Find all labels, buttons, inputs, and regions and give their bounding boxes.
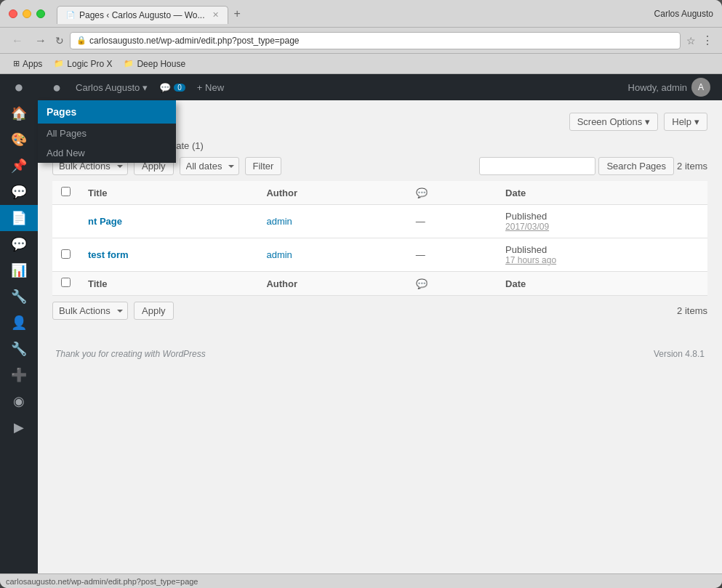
date-filter-select[interactable]: All dates	[180, 157, 239, 175]
browser-tab[interactable]: 📄 Pages ‹ Carlos Augusto — Wo... ✕	[57, 6, 228, 24]
browser-status-bar: carlosaugusto.net/wp-admin/edit.php?post…	[0, 573, 722, 588]
status-url-text: carlosaugusto.net/wp-admin/edit.php?post…	[6, 577, 198, 586]
wp-footer: Thank you for creating with WordPress Ve…	[52, 349, 707, 359]
sidebar-item-add[interactable]: ➕	[0, 362, 38, 388]
footer-checkbox	[52, 272, 79, 296]
wp-new-link[interactable]: + New	[197, 82, 224, 93]
sidebar-item-tools[interactable]: 🔧	[0, 283, 38, 310]
footer-author-label: Author	[266, 278, 297, 289]
sidebar-item-appearance[interactable]: 🎨	[0, 126, 38, 153]
sidebar-item-settings[interactable]: 🔧	[0, 336, 38, 362]
wp-avatar: A	[691, 78, 710, 97]
table-header-author: Author	[257, 181, 406, 205]
row-2-title-cell: test form	[79, 238, 257, 272]
row-2-date-cell: Published 17 hours ago	[497, 238, 707, 272]
table-header-row: Title Author 💬 Date	[52, 181, 707, 205]
bookmark-button[interactable]: ☆	[686, 35, 696, 47]
browser-menu-button[interactable]: ⋮	[702, 33, 713, 47]
screen-options-button[interactable]: Screen Options ▾	[569, 113, 659, 131]
address-text: carlosaugusto.net/wp-admin/edit.php?post…	[89, 36, 674, 46]
table-header-checkbox	[52, 181, 79, 205]
jetpack-icon: ◉	[13, 393, 25, 409]
sidebar-item-dashboard[interactable]: 🏠	[0, 100, 38, 126]
sidebar-item-comments[interactable]: 💬	[0, 179, 38, 205]
bookmark-apps[interactable]: ⊞ Apps	[9, 57, 47, 71]
sidebar-item-stats[interactable]: 📊	[0, 257, 38, 283]
search-pages-input[interactable]	[479, 157, 595, 175]
wp-site-name[interactable]: Carlos Augusto ▾	[76, 82, 148, 93]
table-actions-right-bottom: 2 items	[677, 305, 707, 316]
row-1-comments-cell: —	[407, 205, 497, 238]
sidebar-item-users[interactable]: 👤	[0, 310, 38, 336]
address-bar[interactable]: 🔒 carlosaugusto.net/wp-admin/edit.php?po…	[70, 32, 681, 49]
table-footer-row: Title Author 💬 Date	[52, 272, 707, 296]
help-label: Help	[672, 116, 691, 127]
lock-icon: 🔒	[76, 36, 87, 45]
maximize-button[interactable]	[36, 9, 45, 18]
row-2-author-link[interactable]: admin	[266, 249, 292, 260]
table-actions-right-top: Search Pages 2 items	[479, 157, 707, 175]
row-1-author-cell: admin	[257, 205, 406, 238]
select-all-checkbox[interactable]	[61, 187, 71, 196]
row-1-author-link[interactable]: admin	[266, 216, 292, 227]
private-filter-count: (1)	[192, 140, 204, 151]
close-button[interactable]	[9, 9, 17, 18]
items-count-bottom: 2 items	[677, 305, 707, 316]
row-1-checkbox-cell	[52, 205, 79, 238]
dashboard-icon: 🏠	[11, 105, 27, 121]
select-all-bottom-checkbox[interactable]	[61, 278, 71, 287]
table-header-comments: 💬	[407, 181, 497, 205]
wp-version-text: Version 4.8.1	[654, 349, 705, 359]
flyout-all-pages[interactable]: All Pages	[38, 124, 176, 143]
forward-button[interactable]: →	[32, 33, 49, 49]
comments-column-icon: 💬	[416, 188, 428, 198]
row-1-date-cell: Published 2017/03/09	[497, 205, 707, 238]
minimize-button[interactable]	[23, 9, 31, 18]
wp-logo-admin-bar[interactable]: ●	[49, 76, 64, 99]
row-2-author-cell: admin	[257, 238, 406, 272]
reload-button[interactable]: ↻	[55, 35, 64, 47]
bookmark-logic-pro[interactable]: 📁 Logic Pro X	[49, 57, 116, 71]
sidebar-item-feedback[interactable]: 💬	[0, 231, 38, 257]
sidebar-item-jetpack[interactable]: ◉	[0, 388, 38, 414]
footer-date-col: Date	[497, 272, 707, 296]
sidebar-item-pages[interactable]: 📄	[0, 205, 38, 231]
items-count-top: 2 items	[677, 161, 707, 172]
site-name-arrow-icon: ▾	[143, 82, 148, 93]
filter-button[interactable]: Filter	[245, 157, 282, 175]
apply-button-bottom[interactable]: Apply	[134, 302, 174, 320]
sidebar-item-pins[interactable]: 📌	[0, 153, 38, 179]
video-icon: ▶	[14, 419, 24, 435]
help-arrow-icon: ▾	[694, 116, 699, 127]
row-2-checkbox[interactable]	[61, 249, 71, 259]
search-pages-button[interactable]: Search Pages	[598, 157, 674, 175]
row-1-title-cell: nt Page	[79, 205, 257, 238]
row-2-comments-cell: —	[407, 238, 497, 272]
tab-close-icon[interactable]: ✕	[212, 10, 219, 20]
deep-house-bookmark-icon: 📁	[124, 59, 134, 68]
browser-user-label: Carlos Augusto	[654, 9, 713, 19]
browser-toolbar: ← → ↻ 🔒 carlosaugusto.net/wp-admin/edit.…	[0, 28, 722, 54]
add-icon: ➕	[11, 367, 27, 383]
bookmark-deep-house[interactable]: 📁 Deep House	[119, 57, 190, 71]
wp-site-name-text: Carlos Augusto	[76, 82, 140, 93]
row-1-title-link[interactable]: nt Page	[88, 216, 122, 227]
footer-title-col: Title	[79, 272, 257, 296]
logic-pro-bookmark-icon: 📁	[54, 59, 64, 68]
browser-window: 📄 Pages ‹ Carlos Augusto — Wo... ✕ + Car…	[0, 0, 722, 588]
flyout-add-new[interactable]: Add New	[38, 143, 176, 163]
sidebar-item-wp-logo[interactable]: ●	[0, 74, 38, 100]
help-button[interactable]: Help ▾	[664, 113, 707, 131]
sidebar-item-video[interactable]: ▶	[0, 414, 38, 440]
screen-options-arrow-icon: ▾	[645, 116, 650, 127]
row-2-title-link[interactable]: test form	[88, 249, 129, 260]
row-2-date-value: 17 hours ago	[505, 255, 699, 265]
browser-titlebar: 📄 Pages ‹ Carlos Augusto — Wo... ✕ + Car…	[0, 0, 722, 28]
bulk-actions-select-bottom[interactable]: Bulk Actions	[52, 302, 128, 320]
wp-admin-right: Howdy, admin A	[628, 78, 710, 97]
wp-comments-link[interactable]: 💬 0	[159, 82, 185, 93]
pages-table: Title Author 💬 Date	[52, 181, 707, 296]
new-tab-button[interactable]: +	[228, 4, 246, 24]
tab-title: Pages ‹ Carlos Augusto — Wo...	[79, 10, 205, 20]
back-button[interactable]: ←	[9, 33, 26, 49]
